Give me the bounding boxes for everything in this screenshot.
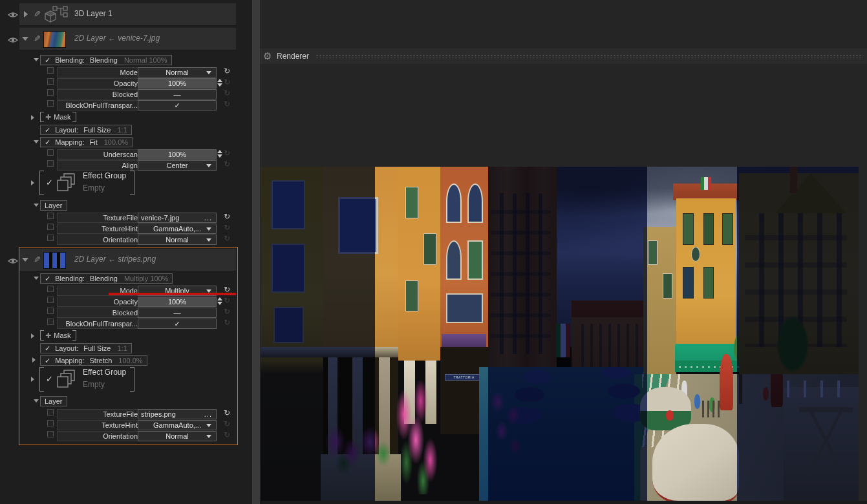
collapse-chevron-icon[interactable] [22, 37, 28, 41]
animate-checkbox[interactable] [47, 149, 54, 156]
collapse-chevron-icon[interactable] [34, 399, 39, 403]
animate-checkbox[interactable] [47, 308, 54, 314]
expand-chevron-icon[interactable] [31, 377, 34, 382]
opacity-input[interactable]: 100% [138, 78, 217, 89]
animate-checkbox[interactable] [47, 160, 54, 167]
value-spinner[interactable] [217, 78, 223, 87]
expand-chevron-icon[interactable] [32, 357, 36, 362]
edit-pencil-icon[interactable]: ✎ [34, 9, 41, 19]
effect-group[interactable]: ✓ Effect Group Empty [45, 171, 131, 195]
layer-row-3d[interactable]: ✎ 3D Layer 1 [19, 3, 236, 26]
enabled-check[interactable]: ✓ [45, 138, 50, 146]
collapse-chevron-icon[interactable] [34, 58, 39, 61]
reset-icon[interactable]: ↻ [224, 419, 230, 429]
reset-icon[interactable]: ↻ [224, 100, 230, 109]
value-spinner[interactable] [217, 149, 223, 158]
mapping-section-header[interactable]: ✓Mapping:Fit100.0% [40, 137, 133, 147]
enabled-check[interactable]: ✓ [45, 126, 50, 134]
enabled-check[interactable]: ✓ [45, 357, 50, 364]
reset-icon[interactable]: ↻ [224, 89, 230, 98]
opacity-input[interactable]: 100% [138, 297, 217, 307]
texture-file-field[interactable]: stripes.png... [138, 409, 217, 419]
mask-group[interactable]: ✚Mask [45, 330, 71, 341]
browse-button[interactable]: ... [204, 213, 212, 222]
animate-checkbox[interactable] [47, 100, 54, 107]
enabled-check[interactable]: ✓ [46, 178, 53, 187]
mask-group[interactable]: ✚Mask [45, 112, 71, 122]
visibility-eye-icon[interactable] [8, 11, 18, 19]
reset-icon[interactable]: ↻ [224, 408, 230, 418]
underscan-input[interactable]: 100% [138, 149, 217, 160]
add-plus-icon[interactable]: ✚ [45, 331, 51, 339]
reset-icon[interactable]: ↻ [224, 160, 230, 169]
enabled-check[interactable]: ✓ [45, 344, 50, 352]
animate-checkbox[interactable] [47, 319, 54, 325]
animate-checkbox[interactable] [47, 78, 54, 85]
reset-icon[interactable]: ↻ [224, 78, 230, 87]
collapse-chevron-icon[interactable] [34, 204, 39, 207]
texture-hint-dropdown[interactable]: GammaAuto,... [138, 420, 217, 430]
texture-hint-dropdown[interactable]: GammaAuto,... [138, 224, 217, 234]
reset-icon[interactable]: ↻ [224, 234, 230, 244]
animate-checkbox[interactable] [47, 297, 54, 303]
reset-icon[interactable]: ↻ [224, 307, 230, 317]
mapping-section-header[interactable]: ✓Mapping:Stretch100.0% [40, 355, 147, 366]
blocked-toggle[interactable]: — [138, 89, 217, 100]
reset-icon[interactable]: ↻ [224, 212, 230, 222]
enabled-check[interactable]: ✓ [46, 374, 53, 384]
reset-icon[interactable]: ↻ [224, 318, 230, 328]
layer-row-stripes[interactable]: ✎ 2D Layer ← stripes.png [19, 249, 236, 271]
animate-checkbox[interactable] [47, 213, 54, 219]
block-on-full-transparency-toggle[interactable]: ✓ [138, 319, 217, 329]
layout-section-header[interactable]: ✓Layout:Full Size1:1 [40, 125, 132, 135]
blending-section-header[interactable]: ✓Blending:BlendingNormal 100% [40, 55, 172, 65]
animate-checkbox[interactable] [47, 286, 54, 292]
animate-checkbox[interactable] [47, 235, 54, 241]
blending-section-header[interactable]: ✓Blending:BlendingMultiply 100% [40, 273, 173, 284]
enabled-check[interactable]: ✓ [45, 56, 50, 64]
reset-icon[interactable]: ↻ [224, 296, 230, 306]
effect-group[interactable]: ✓ Effect Group Empty [45, 367, 131, 392]
blocked-toggle[interactable]: — [138, 308, 217, 318]
animate-checkbox[interactable] [47, 67, 54, 74]
collapse-chevron-icon[interactable] [34, 140, 39, 143]
reset-icon[interactable]: ↻ [224, 430, 230, 440]
mode-dropdown[interactable]: Normal [138, 67, 217, 78]
edit-pencil-icon[interactable]: ✎ [34, 255, 41, 264]
expand-chevron-icon[interactable] [24, 11, 28, 17]
layer-section-header[interactable]: Layer [40, 200, 67, 211]
edit-pencil-icon[interactable]: ✎ [34, 34, 41, 43]
texture-file-field[interactable]: venice-7.jpg... [138, 213, 217, 223]
animate-checkbox[interactable] [47, 224, 54, 230]
collapse-chevron-icon[interactable] [34, 277, 39, 280]
effect-group-state: Empty [83, 184, 105, 193]
layer-section-header[interactable]: Layer [40, 396, 67, 406]
block-on-full-transparency-toggle[interactable]: ✓ [138, 100, 217, 110]
expand-chevron-icon[interactable] [31, 115, 34, 120]
add-plus-icon[interactable]: ✚ [45, 113, 51, 121]
enabled-check[interactable]: ✓ [45, 275, 50, 282]
animate-checkbox[interactable] [47, 431, 54, 437]
layer-row-venice[interactable]: ✎ 2D Layer ← venice-7.jpg [19, 28, 236, 50]
align-dropdown[interactable]: Center [138, 160, 217, 171]
renderer-header[interactable]: ⚙ Renderer [260, 48, 867, 64]
value-spinner[interactable] [217, 297, 223, 306]
animate-checkbox[interactable] [47, 89, 54, 96]
layout-section-header[interactable]: ✓Layout:Full Size1:1 [40, 343, 132, 353]
reset-icon[interactable]: ↻ [224, 223, 230, 233]
chevron-down-icon [206, 164, 211, 167]
reset-icon[interactable]: ↻ [224, 149, 230, 158]
browse-button[interactable]: ... [204, 410, 212, 419]
collapse-chevron-icon[interactable] [22, 258, 28, 262]
animate-checkbox[interactable] [47, 409, 54, 415]
gear-icon[interactable]: ⚙ [263, 50, 272, 62]
panel-splitter[interactable] [252, 0, 260, 504]
expand-chevron-icon[interactable] [31, 180, 34, 185]
visibility-eye-icon[interactable] [8, 36, 18, 44]
orientation-dropdown[interactable]: Normal [138, 431, 217, 441]
animate-checkbox[interactable] [47, 420, 54, 426]
expand-chevron-icon[interactable] [31, 333, 34, 339]
orientation-dropdown[interactable]: Normal [138, 235, 217, 245]
visibility-eye-icon[interactable] [8, 257, 18, 265]
reset-icon[interactable]: ↻ [224, 67, 230, 76]
